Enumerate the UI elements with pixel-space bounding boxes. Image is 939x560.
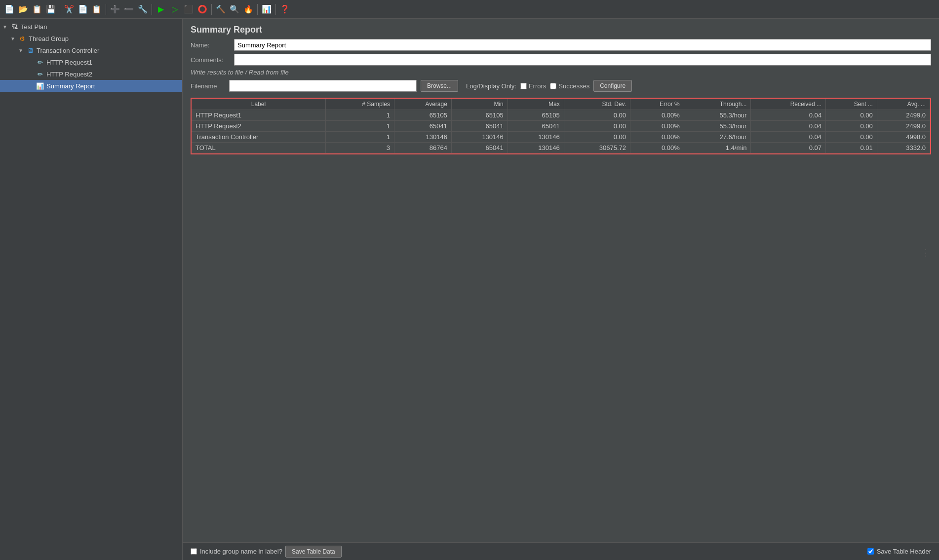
include-group-label: Include group name in label? — [200, 548, 282, 555]
table-row: HTTP Request116510565105651050.000.00%55… — [192, 110, 930, 121]
table-header-row: Label # Samples Average Min Max Std. Dev… — [192, 99, 930, 110]
http-request2-label: HTTP Request2 — [46, 71, 92, 78]
summary-report-icon: 📊 — [36, 81, 44, 90]
configure-button[interactable]: Configure — [593, 80, 632, 92]
sidebar: ▼ 🏗 Test Plan ▼ ⚙ Thread Group ▼ 🖥 Trans… — [0, 19, 183, 560]
thread-group-label: Thread Group — [29, 35, 69, 42]
cell-min: 65041 — [451, 121, 508, 132]
start-icon[interactable]: ▶ — [155, 3, 167, 16]
copy-icon[interactable]: 📄 — [77, 3, 89, 16]
errors-checkbox[interactable] — [520, 83, 527, 89]
cell-error_pct: 0.00% — [630, 132, 684, 143]
separator-2 — [106, 4, 106, 15]
cell-avg_bytes: 3332.0 — [877, 143, 930, 153]
name-input[interactable] — [234, 39, 931, 51]
cell-samples: 1 — [325, 110, 394, 121]
test-plan-icon: 🏗 — [10, 22, 19, 31]
cell-label: TOTAL — [192, 143, 325, 153]
cut-icon[interactable]: ✂️ — [63, 3, 76, 16]
name-label: Name: — [191, 41, 230, 49]
comments-row: Comments: — [191, 54, 931, 66]
remove-icon[interactable]: ➖ — [122, 3, 135, 16]
table-row: TOTAL3867646504113014630675.720.00%1.4/m… — [192, 143, 930, 153]
sidebar-item-summary-report[interactable]: ▶ 📊 Summary Report — [0, 80, 182, 92]
remote-start-icon[interactable]: 🔨 — [214, 3, 227, 16]
cell-error_pct: 0.00% — [630, 121, 684, 132]
clear-icon[interactable]: 🔧 — [136, 3, 149, 16]
filename-label: Filename — [191, 82, 225, 90]
cell-max: 65105 — [508, 110, 564, 121]
cell-error_pct: 0.00% — [630, 143, 684, 153]
browse-button[interactable]: Browse... — [421, 80, 458, 92]
col-header-avg-bytes: Avg. ... — [877, 99, 930, 110]
filename-input[interactable] — [229, 80, 417, 92]
start-no-pauses-icon[interactable]: ▷ — [168, 3, 181, 16]
successes-label: Successes — [558, 82, 589, 90]
cell-avg_bytes: 2499.0 — [877, 110, 930, 121]
content-panel: Summary Report Name: Comments: Write res… — [183, 19, 939, 560]
include-group-checkbox[interactable] — [191, 548, 197, 555]
http-request2-icon: ✏ — [36, 70, 44, 78]
remote-clear-icon[interactable]: 🔥 — [242, 3, 255, 16]
sidebar-item-test-plan[interactable]: ▼ 🏗 Test Plan — [0, 21, 182, 33]
sidebar-item-http-request1[interactable]: ▶ ✏ HTTP Request1 — [0, 56, 182, 68]
col-header-min: Min — [451, 99, 508, 110]
stop-icon[interactable]: ⬛ — [182, 3, 195, 16]
paste-icon[interactable]: 📋 — [90, 3, 103, 16]
table-container: Label # Samples Average Min Max Std. Dev… — [191, 98, 931, 154]
shutdown-icon[interactable]: ⭕ — [196, 3, 209, 16]
cell-sent: 0.01 — [826, 143, 877, 153]
filename-row: Filename Browse... Log/Display Only: Err… — [183, 78, 939, 94]
drag-indicator: ⋮ — [183, 158, 939, 258]
transaction-controller-label: Transaction Controller — [37, 47, 99, 54]
summary-report-label: Summary Report — [46, 82, 95, 90]
sidebar-item-http-request2[interactable]: ▶ ✏ HTTP Request2 — [0, 68, 182, 80]
remote-stop-icon[interactable]: 🔍 — [228, 3, 241, 16]
content-spacer: ⋮ — [183, 158, 939, 542]
cell-throughput: 27.6/hour — [684, 132, 751, 143]
cell-sent: 0.00 — [826, 110, 877, 121]
save-template-icon[interactable]: 📋 — [31, 3, 43, 16]
col-header-received: Received ... — [751, 99, 826, 110]
separator-4 — [211, 4, 212, 15]
table-row: HTTP Request216504165041650410.000.00%55… — [192, 121, 930, 132]
save-table-data-button[interactable]: Save Table Data — [285, 546, 342, 558]
add-icon[interactable]: ➕ — [109, 3, 121, 16]
help-icon[interactable]: ❓ — [278, 3, 291, 16]
sidebar-item-thread-group[interactable]: ▼ ⚙ Thread Group — [0, 33, 182, 44]
col-header-max: Max — [508, 99, 564, 110]
col-header-std-dev: Std. Dev. — [564, 99, 630, 110]
new-icon[interactable]: 📄 — [3, 3, 16, 16]
form-section: Name: Comments: — [183, 39, 939, 66]
sidebar-item-transaction-controller[interactable]: ▼ 🖥 Transaction Controller — [0, 44, 182, 56]
toolbar: 📄 📂 📋 💾 ✂️ 📄 📋 ➕ ➖ 🔧 ▶ ▷ ⬛ ⭕ 🔨 🔍 🔥 📊 ❓ — [0, 0, 939, 19]
col-header-samples: # Samples — [325, 99, 394, 110]
cell-received: 0.04 — [751, 132, 826, 143]
cell-std_dev: 0.00 — [564, 132, 630, 143]
bottom-right: Save Table Header — [867, 548, 931, 555]
cell-max: 130146 — [508, 132, 564, 143]
cell-throughput: 55.3/hour — [684, 121, 751, 132]
save-table-header-checkbox[interactable] — [867, 548, 874, 555]
cell-label: Transaction Controller — [192, 132, 325, 143]
thread-group-icon: ⚙ — [18, 34, 27, 43]
col-header-throughput: Through... — [684, 99, 751, 110]
cell-std_dev: 30675.72 — [564, 143, 630, 153]
bottom-bar: Include group name in label? Save Table … — [183, 542, 939, 560]
separator-5 — [257, 4, 258, 15]
successes-checkbox[interactable] — [550, 83, 556, 89]
open-icon[interactable]: 📂 — [17, 3, 30, 16]
panel-title: Summary Report — [183, 19, 939, 39]
cell-min: 65105 — [451, 110, 508, 121]
save-table-header-label: Save Table Header — [877, 548, 931, 555]
comments-input[interactable] — [234, 54, 931, 66]
separator-1 — [60, 4, 60, 15]
cell-samples: 1 — [325, 132, 394, 143]
separator-6 — [275, 4, 276, 15]
cell-min: 65041 — [451, 143, 508, 153]
save-icon[interactable]: 💾 — [44, 3, 57, 16]
cell-received: 0.04 — [751, 110, 826, 121]
main-layout: ▼ 🏗 Test Plan ▼ ⚙ Thread Group ▼ 🖥 Trans… — [0, 19, 939, 560]
log-display-label: Log/Display Only: — [466, 82, 516, 90]
template-icon[interactable]: 📊 — [260, 3, 273, 16]
